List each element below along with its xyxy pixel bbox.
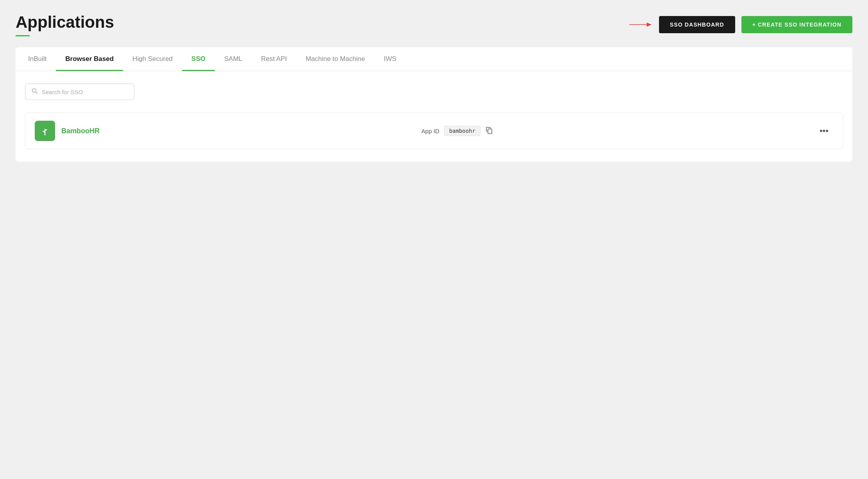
- tab-browser-based[interactable]: Browser Based: [56, 47, 123, 71]
- app-id-label: App ID: [421, 128, 439, 134]
- app-name[interactable]: BambooHR: [61, 127, 100, 135]
- search-box[interactable]: [25, 84, 134, 100]
- app-meta: App ID bamboohr: [421, 126, 493, 136]
- tab-iws[interactable]: IWS: [375, 47, 406, 71]
- more-options-button[interactable]: •••: [815, 124, 833, 138]
- tab-inbuilt[interactable]: InBuilt: [19, 47, 56, 71]
- svg-line-3: [36, 92, 38, 94]
- create-sso-integration-button[interactable]: + CREATE SSO INTEGRATION: [741, 16, 852, 33]
- svg-rect-6: [488, 129, 492, 134]
- page-title: Applications: [16, 13, 114, 32]
- search-input[interactable]: [42, 89, 128, 95]
- copy-icon[interactable]: [485, 126, 493, 136]
- search-icon: [32, 88, 38, 96]
- app-icon: [35, 121, 55, 141]
- main-card: InBuilt Browser Based High Secured SSO S…: [16, 47, 852, 162]
- tab-sso[interactable]: SSO: [182, 47, 215, 71]
- app-id-value: bamboohr: [444, 126, 480, 136]
- arrow-indicator: [629, 20, 653, 29]
- title-underline: [16, 35, 30, 36]
- svg-point-5: [45, 134, 46, 136]
- tab-rest-api[interactable]: Rest API: [252, 47, 296, 71]
- tab-machine-to-machine[interactable]: Machine to Machine: [296, 47, 374, 71]
- sso-dashboard-button[interactable]: SSO DASHBOARD: [659, 16, 735, 33]
- app-info: BambooHR: [35, 121, 100, 141]
- tabs-container: InBuilt Browser Based High Secured SSO S…: [16, 47, 852, 71]
- content-area: BambooHR App ID bamboohr •••: [16, 71, 852, 162]
- tab-saml[interactable]: SAML: [215, 47, 252, 71]
- app-list-item: BambooHR App ID bamboohr •••: [25, 113, 843, 149]
- svg-marker-1: [647, 23, 651, 27]
- tab-high-secured[interactable]: High Secured: [123, 47, 182, 71]
